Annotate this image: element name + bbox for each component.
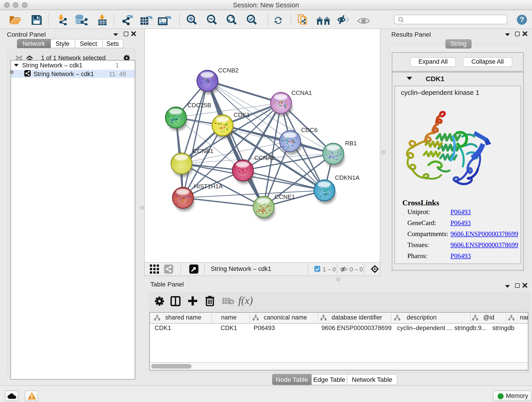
svg-text:CCNE1: CCNE1 (274, 193, 295, 200)
svg-text:CDKN1A: CDKN1A (335, 174, 360, 181)
svg-text:CCNB1: CCNB1 (193, 148, 213, 154)
svg-text:CDK1: CDK1 (234, 111, 250, 118)
svg-text:CCNA1: CCNA1 (291, 89, 312, 96)
svg-text:CCNA2: CCNA2 (254, 154, 275, 161)
svg-text:CDC25B: CDC25B (187, 102, 211, 109)
svg-text:HIST1H1A: HIST1H1A (194, 183, 223, 190)
svg-text:CDC6: CDC6 (301, 127, 317, 133)
svg-text:RB1: RB1 (345, 140, 357, 147)
svg-text:CCNB2: CCNB2 (218, 67, 239, 74)
